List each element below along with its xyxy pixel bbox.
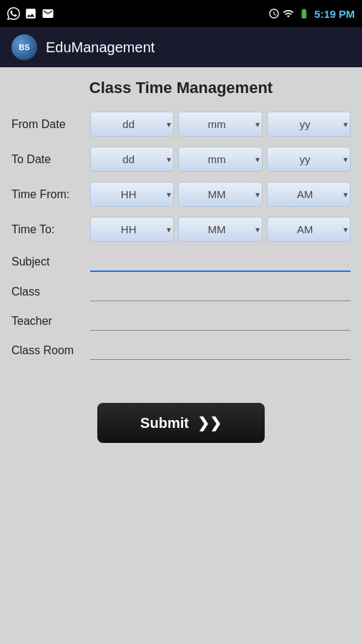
image-icon	[24, 7, 37, 20]
teacher-input[interactable]	[90, 311, 351, 331]
from-date-mm-wrapper: mm	[178, 112, 262, 137]
to-date-yy[interactable]: yy	[267, 147, 351, 172]
subject-row: Subject	[11, 252, 351, 272]
time-from-ampm[interactable]: AM PM	[267, 182, 351, 207]
time-from-row: Time From: HH MM AM PM	[11, 182, 351, 207]
classroom-label: Class Room	[11, 344, 90, 357]
to-date-row: To Date dd mm yy	[11, 147, 351, 172]
subject-input[interactable]	[90, 252, 351, 272]
page-title: Class Time Management	[11, 79, 351, 97]
from-date-yy[interactable]: yy	[267, 112, 351, 137]
teacher-label: Teacher	[11, 315, 90, 328]
from-date-dd-wrapper: dd	[90, 112, 174, 137]
clock-icon	[268, 8, 280, 19]
to-date-dd[interactable]: dd	[90, 147, 174, 172]
to-date-dd-wrapper: dd	[90, 147, 174, 172]
from-date-row: From Date dd mm yy	[11, 112, 351, 137]
time-to-hh-wrapper: HH	[90, 217, 174, 242]
app-bar: BS EduManagement	[0, 27, 362, 67]
from-date-dropdowns: dd mm yy	[90, 112, 351, 137]
time-to-label: Time To:	[11, 223, 90, 236]
status-bar-right: 5:19 PM	[268, 8, 355, 20]
app-title: EduManagement	[46, 39, 155, 56]
class-row: Class	[11, 282, 351, 301]
time-from-label: Time From:	[11, 188, 90, 201]
time-from-mm-wrapper: MM	[178, 182, 262, 207]
from-date-label: From Date	[11, 118, 90, 131]
subject-label: Subject	[11, 255, 90, 268]
class-input-wrapper	[90, 282, 351, 301]
to-date-mm[interactable]: mm	[178, 147, 262, 172]
subject-input-wrapper	[90, 252, 351, 272]
battery-icon	[297, 8, 311, 19]
main-content: Class Time Management From Date dd mm yy	[0, 67, 362, 443]
teacher-input-wrapper	[90, 311, 351, 331]
status-bar-left	[7, 7, 54, 20]
time-from-mm[interactable]: MM	[178, 182, 262, 207]
time-to-row: Time To: HH MM AM PM	[11, 217, 351, 242]
time-from-hh-wrapper: HH	[90, 182, 174, 207]
classroom-row: Class Room	[11, 341, 351, 360]
class-label: Class	[11, 286, 90, 298]
from-date-dd[interactable]: dd	[90, 112, 174, 137]
teacher-row: Teacher	[11, 311, 351, 331]
to-date-yy-wrapper: yy	[267, 147, 351, 172]
time-to-ampm-wrapper: AM PM	[267, 217, 351, 242]
submit-label: Submit	[140, 415, 189, 431]
time-from-ampm-wrapper: AM PM	[267, 182, 351, 207]
signal-icon	[283, 8, 294, 19]
from-date-yy-wrapper: yy	[267, 112, 351, 137]
class-input[interactable]	[90, 282, 351, 301]
submit-arrow-icon: ❯❯	[197, 414, 222, 431]
time-to-mm[interactable]: MM	[178, 217, 262, 242]
time-from-dropdowns: HH MM AM PM	[90, 182, 351, 207]
time-to-dropdowns: HH MM AM PM	[90, 217, 351, 242]
from-date-mm[interactable]: mm	[178, 112, 262, 137]
time-display: 5:19 PM	[314, 8, 355, 20]
classroom-input-wrapper	[90, 341, 351, 360]
to-date-label: To Date	[11, 153, 90, 166]
time-from-hh[interactable]: HH	[90, 182, 174, 207]
to-date-mm-wrapper: mm	[178, 147, 262, 172]
to-date-dropdowns: dd mm yy	[90, 147, 351, 172]
app-logo: BS	[11, 34, 37, 60]
status-bar: 5:19 PM	[0, 0, 362, 27]
classroom-input[interactable]	[90, 341, 351, 360]
email-icon	[41, 7, 54, 20]
time-to-mm-wrapper: MM	[178, 217, 262, 242]
submit-button[interactable]: Submit ❯❯	[97, 403, 265, 443]
submit-container: Submit ❯❯	[11, 403, 351, 443]
time-to-ampm[interactable]: AM PM	[267, 217, 351, 242]
whatsapp-icon	[7, 7, 20, 20]
time-to-hh[interactable]: HH	[90, 217, 174, 242]
